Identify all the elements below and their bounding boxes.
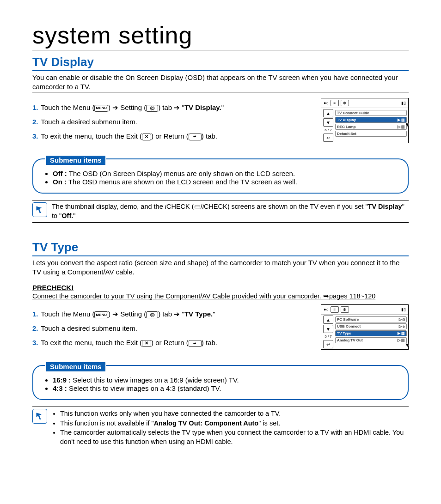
submenu-item-16-9: 16:9 : Select this to view images on a 1…	[53, 376, 397, 384]
lcd-row-tv-connect-guide[interactable]: TV Connect Guide	[335, 110, 407, 116]
play-icon: ▶ ▥	[398, 118, 405, 122]
step-1: 1. Touch the Menu (MENU) ➔ Setting () ta…	[32, 309, 313, 319]
step-number: 2.	[32, 117, 38, 127]
lcd-screenshot-tv-display: ●○ ≡ ✻ ▮▯ ▲ ▼ 6 / 7 ↩ TV Connect Guide T…	[321, 98, 409, 143]
note-item: The camcorder automatically selects the …	[60, 428, 409, 446]
screen-icon: ▭	[194, 203, 201, 210]
intro-tv-display: You can enable or disable the On Screen …	[32, 73, 409, 92]
heading-tv-display: TV Display	[32, 55, 409, 71]
up-button[interactable]: ▲	[323, 109, 333, 117]
step-number: 1.	[32, 309, 38, 319]
heading-tv-type: TV Type	[32, 240, 409, 256]
lcd-row-usb-connect[interactable]: USB Connect▷ ⏚	[335, 323, 407, 329]
tv-type-steps-row: 1. Touch the Menu (MENU) ➔ Setting () ta…	[32, 304, 409, 352]
step-2: 2. Touch a desired submenu item.	[32, 117, 313, 127]
return-button[interactable]: ↩	[323, 340, 333, 348]
note-icon	[32, 409, 47, 424]
step-number: 3.	[32, 131, 38, 141]
up-button[interactable]: ▲	[323, 316, 333, 324]
gear-icon: ✻	[341, 100, 349, 106]
gear-icon	[146, 105, 158, 112]
note-tv-type: This function works only when you have c…	[32, 407, 409, 449]
lcd-row-rec-lamp[interactable]: REC Lamp▷ ▦	[335, 124, 407, 130]
menu-icon: MENU	[94, 311, 108, 318]
submenu-item-off: Off : The OSD (On Screen Display) menus …	[53, 170, 397, 177]
lcd-menu-list: PC Software▷ ⎙ USB Connect▷ ⏚ TV Type▶ ▥…	[335, 315, 408, 349]
submenu-item-4-3: 4:3 : Select this to view images on a 4:…	[53, 384, 397, 392]
menu-icon: MENU	[94, 105, 108, 112]
step-number: 1.	[32, 103, 38, 112]
step-number: 3.	[32, 338, 38, 347]
close-icon: ✕	[142, 340, 151, 347]
list-icon: ≡	[331, 306, 339, 313]
submenu-label: Submenu items	[45, 361, 106, 372]
submenu-box-tv-display: Submenu items Off : The OSD (On Screen D…	[32, 158, 409, 194]
manual-page: 102 system setting TV Display You can en…	[0, 0, 441, 467]
return-button[interactable]: ↩	[323, 134, 333, 142]
gear-icon	[146, 311, 158, 318]
list-icon: ≡	[331, 100, 339, 106]
page-title: system setting	[32, 23, 409, 50]
precheck-heading: PRECHECK!	[32, 284, 409, 291]
return-icon: ↩	[189, 340, 202, 347]
page-number: 102	[9, 467, 22, 467]
gear-icon: ✻	[341, 306, 349, 313]
battery-icon: ▮▯	[401, 101, 406, 105]
tv-display-steps-row: 1. Touch the Menu (MENU) ➔ Setting () ta…	[32, 98, 409, 146]
note-item: This function is not available if "Analo…	[60, 419, 409, 428]
step-2: 2. Touch a desired submenu item.	[32, 323, 313, 333]
step-3: 3. To exit the menu, touch the Exit (✕) …	[32, 338, 313, 347]
note-item: This function works only when you have c…	[60, 409, 409, 419]
lcd-menu-list: TV Connect Guide TV Display▶ ▥ REC Lamp▷…	[335, 108, 408, 143]
tv-type-steps: 1. Touch the Menu (MENU) ➔ Setting () ta…	[32, 304, 313, 352]
tv-display-steps: 1. Touch the Menu (MENU) ➔ Setting () ta…	[32, 98, 313, 146]
note-tv-display: The thumbnail display, demo, and the iCH…	[32, 200, 409, 223]
lcd-row-tv-display[interactable]: TV Display▶ ▥	[335, 117, 407, 123]
camcorder-icon: ●○	[324, 307, 329, 312]
lcd-row-analog-tv-out[interactable]: Analog TV Out▷ ▦	[335, 337, 407, 343]
down-button[interactable]: ▼	[323, 325, 333, 333]
lcd-screenshot-tv-type: ●○ ≡ ✻ ▮▯ ▲ ▼ 5 / 7 ↩ PC Software▷ ⎙ USB…	[321, 304, 409, 350]
step-number: 2.	[32, 323, 38, 333]
lcd-row-tv-type[interactable]: TV Type▶ ▥	[335, 330, 407, 336]
precheck-text: Connect the camcorder to your TV using t…	[32, 292, 409, 300]
submenu-box-tv-type: Submenu items 16:9 : Select this to view…	[32, 365, 409, 400]
lcd-row-default-set[interactable]: Default Set	[335, 131, 407, 137]
lcd-row-pc-software[interactable]: PC Software▷ ⎙	[335, 316, 407, 322]
lcd-page-indicator: 5 / 7	[325, 334, 332, 339]
submenu-label: Submenu items	[45, 155, 106, 166]
submenu-item-on: On : The OSD menus are shown on the LCD …	[53, 178, 397, 186]
down-button[interactable]: ▼	[323, 118, 333, 127]
lcd-page-indicator: 6 / 7	[325, 128, 332, 133]
note-icon	[32, 202, 47, 217]
camcorder-icon: ●○	[324, 101, 329, 105]
return-icon: ↩	[189, 134, 202, 140]
intro-tv-type: Lets you convert the aspect ratio (scree…	[32, 258, 409, 277]
battery-icon: ▮▯	[401, 307, 406, 312]
step-1: 1. Touch the Menu (MENU) ➔ Setting () ta…	[32, 103, 313, 112]
step-3: 3. To exit the menu, touch the Exit (✕) …	[32, 131, 313, 141]
play-icon: ▶ ▥	[398, 331, 405, 335]
close-icon: ✕	[142, 134, 151, 140]
